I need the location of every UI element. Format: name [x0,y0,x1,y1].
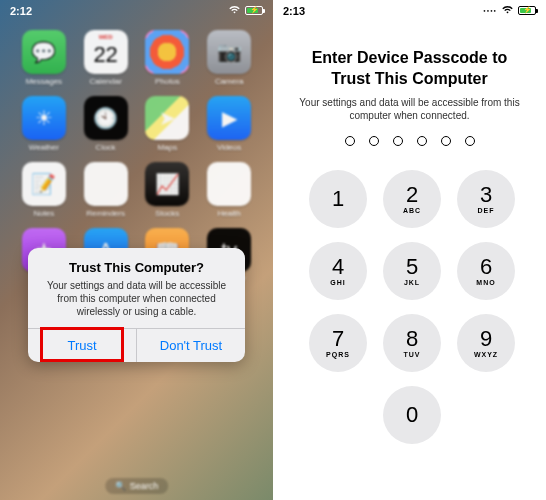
app-icon-weather[interactable]: ☀Weather [16,96,72,152]
app-icon-messages[interactable]: 💬Messages [16,30,72,86]
key-number: 7 [332,328,344,350]
app-tile [145,30,189,74]
dialog-message: Your settings and data will be accessibl… [40,279,233,318]
keypad-key-3[interactable]: 3DEF [457,170,515,228]
app-tile: 🕙 [84,96,128,140]
trust-dialog: Trust This Computer? Your settings and d… [28,248,245,362]
trust-button[interactable]: Trust [28,329,136,362]
search-label: Search [130,481,159,491]
app-label: Calendar [89,77,121,86]
app-label: Stocks [155,209,179,218]
key-letters: ABC [403,207,421,214]
key-letters: TUV [404,351,421,358]
key-letters: WXYZ [474,351,498,358]
status-time: 2:13 [283,5,305,17]
keypad-key-4[interactable]: 4GHI [309,242,367,300]
app-tile: ▶ [207,96,251,140]
status-right [228,5,263,17]
status-bar: 2:13 ●●●● [273,0,546,18]
app-icon-stocks[interactable]: 📈Stocks [140,162,196,218]
keypad-spacer [309,386,367,444]
app-label: Videos [217,143,241,152]
keypad-key-9[interactable]: 9WXYZ [457,314,515,372]
passcode-area: Enter Device Passcode to Trust This Comp… [273,18,546,444]
passcode-dot [417,136,427,146]
status-bar: 2:12 [0,0,273,18]
app-tile: WED22 [84,30,128,74]
app-icon-calendar[interactable]: WED22Calendar [78,30,134,86]
wifi-icon [501,5,514,17]
status-right: ●●●● [483,5,536,17]
app-icon-camera[interactable]: 📷Camera [201,30,257,86]
app-label: Maps [158,143,178,152]
app-tile: 📝 [22,162,66,206]
dont-trust-button[interactable]: Don't Trust [136,329,245,362]
keypad-key-7[interactable]: 7PQRS [309,314,367,372]
key-letters: DEF [478,207,495,214]
passcode-dots [287,136,532,146]
status-time: 2:12 [10,5,32,17]
app-tile: 📈 [145,162,189,206]
cellular-dots-icon: ●●●● [483,8,497,13]
key-letters: GHI [330,279,345,286]
keypad-spacer [457,386,515,444]
key-letters: MNO [476,279,495,286]
app-icon-maps[interactable]: ➤Maps [140,96,196,152]
key-number: 8 [406,328,418,350]
keypad-key-1[interactable]: 1 [309,170,367,228]
key-number: 0 [406,404,418,426]
keypad: 12ABC3DEF4GHI5JKL6MNO7PQRS8TUV9WXYZ0 [287,170,532,444]
passcode-title: Enter Device Passcode to Trust This Comp… [295,48,524,90]
dialog-buttons: Trust Don't Trust [28,328,245,362]
app-label: Photos [155,77,180,86]
passcode-subtitle: Your settings and data will be accessibl… [299,96,520,122]
app-tile: 💬 [22,30,66,74]
key-number: 1 [332,188,344,210]
battery-icon [518,6,536,15]
app-icon-reminders[interactable]: ☰Reminders [78,162,134,218]
dialog-title: Trust This Computer? [40,260,233,275]
keypad-key-5[interactable]: 5JKL [383,242,441,300]
app-tile: ☰ [84,162,128,206]
key-letters: JKL [404,279,420,286]
app-label: Clock [96,143,116,152]
key-number: 3 [480,184,492,206]
key-number: 9 [480,328,492,350]
app-icon-health[interactable]: ♥Health [201,162,257,218]
app-label: Messages [26,77,62,86]
passcode-screen: 2:13 ●●●● Enter Device Passcode to Trust… [273,0,546,500]
passcode-dot [465,136,475,146]
passcode-dot [441,136,451,146]
passcode-dot [369,136,379,146]
battery-icon [245,6,263,15]
home-screen-with-dialog: 2:12 💬MessagesWED22CalendarPhotos📷Camera… [0,0,273,500]
passcode-dot [345,136,355,146]
dialog-body: Trust This Computer? Your settings and d… [28,248,245,328]
key-number: 5 [406,256,418,278]
app-icon-clock[interactable]: 🕙Clock [78,96,134,152]
app-icon-videos[interactable]: ▶Videos [201,96,257,152]
app-grid: 💬MessagesWED22CalendarPhotos📷Camera☀Weat… [0,18,273,284]
key-letters: PQRS [326,351,350,358]
app-icon-photos[interactable]: Photos [140,30,196,86]
passcode-dot [393,136,403,146]
app-tile: 📷 [207,30,251,74]
search-icon: 🔍 [115,481,126,491]
keypad-key-0[interactable]: 0 [383,386,441,444]
search-pill[interactable]: 🔍 Search [105,478,169,494]
app-label: Reminders [86,209,125,218]
app-label: Health [218,209,241,218]
app-label: Camera [215,77,243,86]
keypad-key-6[interactable]: 6MNO [457,242,515,300]
keypad-key-8[interactable]: 8TUV [383,314,441,372]
key-number: 4 [332,256,344,278]
app-icon-notes[interactable]: 📝Notes [16,162,72,218]
wifi-icon [228,5,241,17]
app-label: Notes [33,209,54,218]
key-number: 2 [406,184,418,206]
app-tile: ♥ [207,162,251,206]
app-tile: ➤ [145,96,189,140]
keypad-key-2[interactable]: 2ABC [383,170,441,228]
key-number: 6 [480,256,492,278]
app-label: Weather [29,143,59,152]
